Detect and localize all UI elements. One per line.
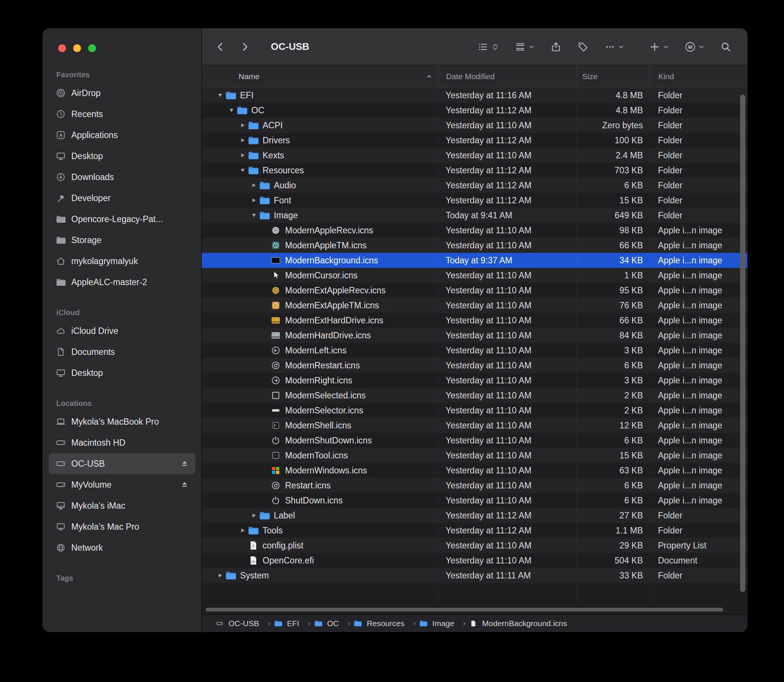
disclosure-triangle[interactable] [238,148,248,163]
share-icon [550,41,562,53]
sidebar-item-macintosh-hd[interactable]: Macintosh HD [49,432,196,453]
file-row[interactable]: KextsYesterday at 11:10 AM2.4 MBFolder [202,148,747,163]
sidebar-item-desktop[interactable]: Desktop [49,145,196,167]
file-row[interactable]: OCYesterday at 11:12 AM4.8 MBFolder [202,103,747,118]
path-item-oc-usb[interactable]: OC-USB [214,618,272,628]
forward-button[interactable] [239,41,250,53]
file-row[interactable]: ModernBackground.icnsToday at 9:37 AM34 … [202,253,747,268]
file-row[interactable]: ModernExtAppleTM.icnsYesterday at 11:10 … [202,298,747,313]
sidebar-item-mykola-s-imac[interactable]: Mykola’s iMac [49,495,196,516]
toolbar-view-mode[interactable] [478,41,499,53]
file-row[interactable]: ModernRight.icnsYesterday at 11:10 AM3 K… [202,373,747,388]
toolbar-more-actions[interactable] [604,41,624,53]
sidebar-item-mykolagrymalyuk[interactable]: mykolagrymalyuk [49,250,196,272]
horizontal-scrollbar[interactable] [206,608,723,612]
file-row[interactable]: ModernWindows.icnsYesterday at 11:10 AM6… [202,463,747,478]
file-row[interactable]: ModernExtHardDrive.icnsYesterday at 11:1… [202,313,747,328]
file-row[interactable]: ModernAppleTM.icnsYesterday at 11:10 AM6… [202,238,747,253]
sidebar-item-recents[interactable]: Recents [49,104,196,124]
folder-icon [418,620,429,627]
file-row[interactable]: ModernExtAppleRecv.icnsYesterday at 11:1… [202,283,747,298]
disclosure-triangle[interactable] [249,208,259,223]
column-header-kind[interactable]: Kind [650,65,747,88]
sidebar-item-mykola-s-macbook-pro[interactable]: Mykola’s MacBook Pro [49,411,196,432]
file-row[interactable]: ModernTool.icnsYesterday at 11:10 AM15 K… [202,448,747,463]
sidebar-item-downloads[interactable]: Downloads [49,167,196,188]
toolbar-account[interactable]: M [685,41,704,53]
file-row[interactable]: EFIOpenCore.efiYesterday at 11:10 AM504 … [202,553,747,568]
file-name: ModernWindows.icns [285,465,367,476]
disclosure-triangle[interactable] [238,133,248,148]
file-row[interactable]: ModernSelector.icnsYesterday at 11:10 AM… [202,403,747,418]
sidebar-item-applealc-master-2[interactable]: AppleALC-master-2 [49,272,196,293]
sidebar-item-label: Developer [71,193,111,203]
zoom-window-button[interactable] [88,44,96,52]
path-item-modernbackground-icns[interactable]: ModernBackground.icns [467,619,567,628]
file-row[interactable]: FontYesterday at 11:12 AM15 KBFolder [202,193,747,208]
sidebar-item-myvolume[interactable]: MyVolume [49,474,196,495]
desktop-icon [55,151,66,161]
file-row[interactable]: ModernCursor.icnsYesterday at 11:10 AM1 … [202,268,747,283]
sidebar-item-airdrop[interactable]: AirDrop [49,83,196,104]
minimize-window-button[interactable] [73,44,81,52]
file-row[interactable]: ModernAppleRecv.icnsYesterday at 11:10 A… [202,223,747,238]
file-row[interactable]: ModernHardDrive.icnsYesterday at 11:10 A… [202,328,747,343]
disclosure-triangle[interactable] [215,88,225,103]
sidebar-item-icloud-drive[interactable]: iCloud Drive [49,320,196,341]
file-row[interactable]: config.plistYesterday at 11:10 AM29 KBPr… [202,538,747,553]
toolbar-new[interactable] [649,41,669,53]
file-row[interactable]: ModernLeft.icnsYesterday at 11:10 AM3 KB… [202,343,747,358]
file-row[interactable]: ShutDown.icnsYesterday at 11:10 AM6 KBAp… [202,493,747,508]
sidebar-item-developer[interactable]: Developer [49,188,196,209]
file-row[interactable]: ResourcesYesterday at 11:12 AM703 KBFold… [202,163,747,178]
column-header-date-modified[interactable]: Date Modified [438,65,577,88]
file-row[interactable]: DriversYesterday at 11:12 AM100 KBFolder [202,133,747,148]
sidebar-item-network[interactable]: Network [49,537,196,558]
vertical-scrollbar[interactable] [740,94,745,592]
date-modified-cell: Yesterday at 11:12 AM [438,135,577,145]
close-window-button[interactable] [58,44,66,52]
file-row[interactable]: ACPIYesterday at 11:10 AMZero bytesFolde… [202,118,747,133]
file-name-cell: ModernTool.icns [202,448,438,463]
file-row[interactable]: LabelYesterday at 11:12 AM27 KBFolder [202,508,747,523]
sidebar-item-oc-usb[interactable]: OC-USB [49,453,196,474]
column-header-name[interactable]: Name [202,65,438,88]
disclosure-triangle[interactable] [226,103,236,118]
sidebar-item-opencore-legacy-pat[interactable]: Opencore-Legacy-Pat... [49,209,196,229]
toolbar-group-by[interactable] [515,41,535,53]
disclosure-triangle[interactable] [249,508,259,523]
arrow-right-circle-icon [270,376,281,385]
file-row[interactable]: ToolsYesterday at 11:12 AM1.1 MBFolder [202,523,747,538]
file-row[interactable]: ModernSelected.icnsYesterday at 11:10 AM… [202,388,747,403]
path-item-oc[interactable]: OC [312,618,352,628]
toolbar-share[interactable] [550,41,562,53]
eject-icon[interactable] [180,459,189,468]
file-row[interactable]: ModernShell.icnsYesterday at 11:10 AM12 … [202,418,747,433]
sidebar-item-mykola-s-mac-pro[interactable]: Mykola’s Mac Pro [49,516,196,537]
file-row[interactable]: Restart.icnsYesterday at 11:10 AM6 KBApp… [202,478,747,493]
eject-icon[interactable] [180,481,189,489]
disclosure-triangle[interactable] [238,163,248,178]
path-item-resources[interactable]: Resources [352,618,418,628]
toolbar-search[interactable] [720,41,731,53]
file-row[interactable]: ModernRestart.icnsYesterday at 11:10 AM6… [202,358,747,373]
sidebar-item-documents[interactable]: Documents [49,341,196,362]
file-row[interactable]: ImageToday at 9:41 AM649 KBFolder [202,208,747,223]
file-row[interactable]: EFIYesterday at 11:16 AM4.8 MBFolder [202,88,747,103]
file-row[interactable]: ModernShutDown.icnsYesterday at 11:10 AM… [202,433,747,448]
file-row[interactable]: AudioYesterday at 11:12 AM6 KBFolder [202,178,747,193]
path-item-efi[interactable]: EFI [272,618,312,628]
column-header-size[interactable]: Size [577,65,650,88]
disclosure-triangle[interactable] [215,568,225,583]
path-item-image[interactable]: Image [418,618,468,628]
disclosure-triangle[interactable] [238,118,248,133]
toolbar-tags[interactable] [577,41,588,53]
disclosure-triangle[interactable] [249,178,259,193]
disclosure-triangle[interactable] [238,523,248,538]
back-button[interactable] [215,41,226,53]
sidebar-item-desktop[interactable]: Desktop [49,362,196,383]
disclosure-triangle[interactable] [249,193,259,208]
sidebar-item-storage[interactable]: Storage [49,229,196,250]
file-row[interactable]: SystemYesterday at 11:11 AM33 KBFolder [202,568,747,583]
sidebar-item-applications[interactable]: AApplications [49,124,196,145]
